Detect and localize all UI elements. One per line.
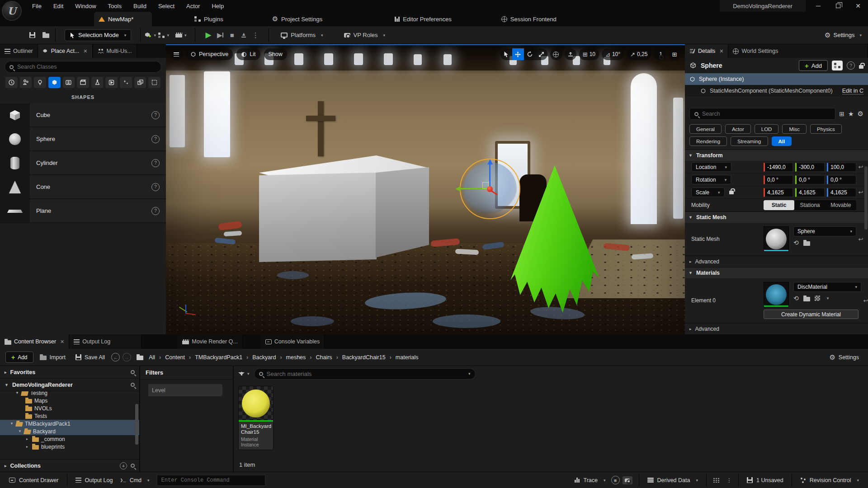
shape-item-cube[interactable]: Cube ? [0, 103, 166, 127]
blueprint-convert-button[interactable] [832, 61, 843, 70]
back-button[interactable]: ← [111, 353, 120, 361]
menu-actor[interactable]: Actor [180, 0, 206, 12]
output-log-button[interactable]: Output Log [70, 472, 118, 488]
mobility-stationary[interactable]: Stationa [794, 200, 825, 210]
category-media-player[interactable] [105, 77, 118, 88]
search-icon[interactable] [131, 370, 135, 374]
save-all-button[interactable]: Save All [72, 354, 108, 361]
category-visual-effects[interactable] [120, 77, 132, 88]
browse-to-asset-icon[interactable] [803, 297, 810, 301]
scale-z-field[interactable]: 4,1625 [827, 188, 856, 197]
tab-details[interactable]: Details ✕ [685, 44, 728, 58]
category-cinematic[interactable] [63, 77, 75, 88]
vp-roles-dropdown[interactable]: VP Roles ▾ [340, 28, 390, 42]
search-icon[interactable] [131, 464, 135, 468]
chip-actor[interactable]: Actor [725, 124, 751, 134]
category-recently-placed[interactable] [5, 77, 18, 88]
use-selected-asset-icon[interactable]: ⟲ [793, 239, 799, 246]
play-button[interactable]: ▶ [203, 29, 214, 41]
menu-window[interactable]: Window [69, 0, 102, 12]
chip-streaming[interactable]: Streaming [731, 136, 768, 146]
close-button[interactable]: ✕ [848, 0, 868, 12]
scale-lock-icon[interactable] [729, 191, 734, 194]
details-settings-icon[interactable]: ⚙ [858, 110, 863, 118]
tree-item-nvols[interactable]: NVOLs [0, 404, 139, 412]
translate-tool-button[interactable] [512, 48, 524, 60]
tree-scrollbar[interactable] [135, 404, 138, 445]
advanced-row-2[interactable]: ▸ Advanced [685, 323, 868, 334]
plugins-button[interactable]: Plugins [190, 12, 228, 26]
scale-y-field[interactable]: 4,1625 [795, 188, 825, 197]
section-static-mesh[interactable]: ▼ Static Mesh [685, 211, 868, 223]
pause-insights-icon[interactable]: ■ [611, 476, 620, 484]
camera-shortcuts-control[interactable]: 1 [654, 48, 666, 60]
close-tab-icon[interactable]: ✕ [60, 339, 64, 345]
reset-material-button[interactable]: ↩ [861, 297, 868, 304]
rotation-y-field[interactable]: 0,0 ° [795, 175, 825, 184]
asset-search-input[interactable] [267, 371, 462, 377]
material-thumbnail[interactable] [764, 282, 789, 307]
crumb-tmbackyardpack1[interactable]: TMBackyardPack1 [195, 354, 242, 361]
chip-all[interactable]: All [772, 136, 792, 146]
crumb-all[interactable]: All [149, 354, 155, 361]
tab-world-settings[interactable]: World Settings [728, 44, 868, 58]
menu-select[interactable]: Select [152, 0, 180, 12]
blueprints-dropdown[interactable]: ▾ [157, 29, 170, 42]
asset-search-box[interactable]: ▾ [254, 368, 476, 380]
play-options-button[interactable]: ⋮ [250, 29, 261, 41]
derived-data-dropdown[interactable]: Derived Data ▾ [642, 472, 703, 488]
kebab-icon[interactable]: ⋮ [726, 477, 732, 483]
details-search-input[interactable] [702, 111, 830, 117]
forward-button[interactable]: → [123, 353, 131, 361]
maximize-viewport-button[interactable]: ⊞ [669, 48, 680, 60]
select-tool-button[interactable] [500, 48, 512, 60]
coord-space-button[interactable] [550, 48, 562, 60]
add-collection-icon[interactable]: + [120, 462, 127, 469]
location-dropdown[interactable]: Location▾ [691, 162, 731, 172]
rotation-x-field[interactable]: 0,0 ° [764, 175, 793, 184]
rotation-dropdown[interactable]: Rotation▾ [691, 175, 731, 184]
mobility-static[interactable]: Static [764, 200, 794, 210]
scale-x-field[interactable]: 4,1625 [764, 188, 793, 197]
search-icon[interactable] [131, 383, 135, 387]
component-row-staticmesh[interactable]: StaticMeshComponent (StaticMeshComponent… [685, 85, 868, 97]
crumb-content[interactable]: Content [165, 354, 185, 361]
section-materials[interactable]: ▼ Materials [685, 267, 868, 278]
component-row-sphere-instance[interactable]: Sphere (Instance) [685, 73, 868, 85]
stop-button[interactable]: ■ [226, 29, 238, 41]
scale-tool-button[interactable] [536, 48, 547, 60]
add-actor-dropdown[interactable]: ▾ [143, 29, 157, 42]
eject-button[interactable]: ▲ [238, 29, 250, 41]
skip-button[interactable]: ▶ [214, 29, 226, 41]
filter-chip-level[interactable]: Level [146, 384, 222, 396]
tab-content-browser[interactable]: Content Browser ✕ [0, 334, 69, 349]
close-tab-icon[interactable]: ✕ [83, 48, 87, 54]
cb-settings-button[interactable]: ⚙ Settings [826, 353, 863, 361]
tree-item-common[interactable]: ▸ _common [0, 435, 139, 443]
tab-movie-render-queue[interactable]: Movie Render Q... [178, 334, 242, 349]
details-search-box[interactable] [689, 108, 835, 120]
save-button[interactable] [25, 29, 39, 42]
location-x-field[interactable]: -1490,0 [764, 163, 793, 172]
chip-physics[interactable]: Physics [810, 124, 842, 134]
tree-item-maps[interactable]: Maps [0, 397, 139, 404]
menu-tools[interactable]: Tools [102, 0, 127, 12]
collections-header[interactable]: ▸ Collections + [0, 459, 139, 472]
search-classes-box[interactable] [5, 61, 161, 73]
show-dropdown[interactable]: Show [264, 48, 287, 60]
menu-build[interactable]: Build [127, 0, 152, 12]
close-tab-icon[interactable]: ✕ [719, 48, 723, 54]
location-z-field[interactable]: 100,0 [827, 163, 856, 172]
use-selected-asset-icon[interactable]: ⟲ [793, 295, 799, 302]
viewport-options-button[interactable] [170, 48, 182, 60]
rotation-z-field[interactable]: 0,0 ° [827, 175, 856, 184]
mobility-movable[interactable]: Movable [826, 200, 856, 210]
level-viewport[interactable]: Perspective Lit Show ⊞ 10 [166, 44, 685, 334]
search-classes-input[interactable] [17, 64, 156, 70]
filter-funnel-icon[interactable] [238, 372, 245, 375]
display-options-icon[interactable]: ⊞ [839, 110, 844, 117]
unsaved-changes-button[interactable]: 1 Unsaved [741, 472, 789, 488]
category-lights[interactable] [34, 77, 46, 88]
tree-item-blueprints[interactable]: ▸ blueprints [0, 443, 139, 450]
editor-preferences-button[interactable]: Editor Preferences [390, 12, 456, 26]
